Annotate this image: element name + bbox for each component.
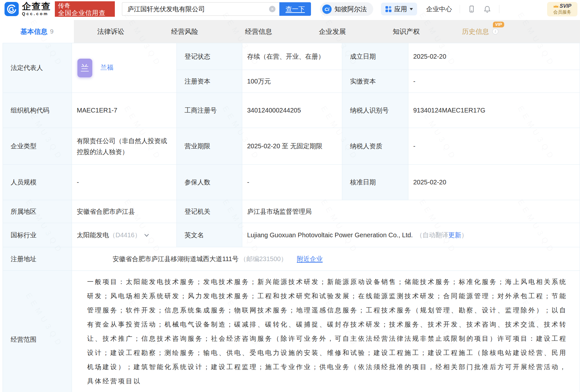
biz-term-value: 2025-02-20 至 无固定期限 xyxy=(242,128,342,165)
industry-label: 国标行业 xyxy=(3,223,72,247)
reg-authority-value: 庐江县市场监督管理局 xyxy=(242,200,580,223)
table-row: 国标行业 太阳能发电（D4416） 英文名 Lujiang Guoxuan Ph… xyxy=(3,223,580,247)
mobile-app-button[interactable] xyxy=(468,5,475,13)
update-translation-link[interactable]: 更新 xyxy=(448,231,461,239)
biz-term-label: 营业期限 xyxy=(177,128,242,165)
tab-company-development[interactable]: 企业发展 xyxy=(295,20,369,43)
insured-count-value: - xyxy=(242,165,342,200)
tax-id-label: 纳税人识别号 xyxy=(342,93,408,128)
paid-capital-label: 实缴资本 xyxy=(342,70,408,93)
search-input[interactable] xyxy=(122,2,279,16)
auto-translate-note: （自动翻译 xyxy=(416,231,448,239)
vip-badge: VIP xyxy=(493,22,504,27)
phone-icon xyxy=(468,5,475,13)
tab-operation-risk[interactable]: 经营风险 xyxy=(148,20,222,43)
bell-icon xyxy=(483,5,491,13)
business-scope-text: 一般项目：太阳能发电技术服务；发电技术服务；新兴能源技术研发；新能源原动设备销售… xyxy=(87,275,571,388)
promo-badge: 传奇 全国企业信用查询 xyxy=(55,1,115,17)
zip-code: （邮编231500） xyxy=(240,255,287,262)
region-label: 所属地区 xyxy=(3,200,72,223)
clear-search-icon[interactable] xyxy=(269,6,275,12)
company-type-label: 企业类型 xyxy=(3,128,72,165)
business-scope-label: 经营范围 xyxy=(3,271,72,392)
reg-capital-label: 注册资本 xyxy=(177,70,242,93)
table-row: 人员规模 - 参保人数 - 核准日期 2025-02-20 xyxy=(3,165,580,200)
approval-date-value: 2025-02-20 xyxy=(408,165,580,200)
divider xyxy=(460,5,460,13)
divider xyxy=(499,5,499,13)
qcc-logo-text[interactable]: 企查查 Qcc.com xyxy=(22,2,51,16)
apps-menu-button[interactable]: 应用 xyxy=(381,3,417,15)
top-header: 企查查 Qcc.com 传奇 全国企业信用查询 查一下 Ci 知彼阿尔法 应用 … xyxy=(0,0,580,18)
zhibi-alpha-button[interactable]: Ci 知彼阿尔法 xyxy=(320,2,373,16)
industry-code: （D4416） xyxy=(109,231,141,239)
staff-size-label: 人员规模 xyxy=(3,165,72,200)
insured-count-label: 参保人数 xyxy=(177,165,242,200)
est-date-value: 2025-02-20 xyxy=(408,43,580,70)
search-button[interactable]: 查一下 xyxy=(279,2,311,16)
english-name-label: 英文名 xyxy=(177,223,242,247)
table-row: 法定代表人 兰 兰福 登记状态 存续（在营、开业、在册） 成立日期 2025-0… xyxy=(3,43,580,70)
svip-membership-button[interactable]: SVIP 会员服务 xyxy=(547,2,577,16)
chevron-down-icon xyxy=(410,8,413,12)
reg-authority-label: 登记机关 xyxy=(177,200,242,223)
info-icon[interactable] xyxy=(492,28,498,34)
brand-domain: Qcc.com xyxy=(22,11,51,16)
business-scope-value: 一般项目：太阳能发电技术服务；发电技术服务；新兴能源技术研发；新能源原动设备销售… xyxy=(72,271,580,392)
taxpayer-qual-label: 纳税人资质 xyxy=(342,128,408,165)
basic-info-table: 法定代表人 兰 兰福 登记状态 存续（在营、开业、在册） 成立日期 2025-0… xyxy=(3,43,580,392)
industry-value: 太阳能发电（D4416） xyxy=(72,223,177,247)
nearby-companies-link[interactable]: 附近企业 xyxy=(297,255,323,262)
org-code-label: 组织机构代码 xyxy=(3,93,72,128)
zhibi-alpha-icon: Ci xyxy=(322,5,332,14)
approval-date-label: 核准日期 xyxy=(342,165,408,200)
table-row: 所属地区 安徽省合肥市庐江县 登记机关 庐江县市场监督管理局 xyxy=(3,200,580,223)
company-type-value: 有限责任公司（非自然人投资或控股的法人独资） xyxy=(72,128,177,165)
qcc-logo-icon[interactable] xyxy=(5,2,19,16)
crown-icon xyxy=(553,4,559,8)
paid-capital-value: - xyxy=(408,70,580,93)
tab-intellectual-property[interactable]: 知识产权 xyxy=(369,20,443,43)
table-row: 组织机构代码 MAEC1ER1-7 工商注册号 340124000244205 … xyxy=(3,93,580,128)
apps-grid-icon xyxy=(385,6,392,12)
tab-basic-count: 9 xyxy=(50,28,54,35)
promo-line2: 全国企业信用查询 xyxy=(58,9,112,24)
legal-rep-cell: 兰 兰福 xyxy=(72,43,177,93)
tax-id-value: 91340124MAEC1ER17G xyxy=(408,93,580,128)
promo-line1: 传奇 xyxy=(58,2,112,9)
table-row: 经营范围 一般项目：太阳能发电技术服务；发电技术服务；新兴能源技术研发；新能源原… xyxy=(3,271,580,392)
reg-status-label: 登记状态 xyxy=(177,43,242,70)
reg-status-value: 存续（在营、开业、在册） xyxy=(242,43,342,70)
notifications-button[interactable] xyxy=(483,5,491,13)
reg-capital-value: 100万元 xyxy=(242,70,342,93)
brand-name: 企查查 xyxy=(22,2,51,11)
tab-business-info[interactable]: 经营信息 xyxy=(222,20,295,43)
address-label: 注册地址 xyxy=(3,247,72,271)
region-value: 安徽省合肥市庐江县 xyxy=(72,200,177,223)
table-row: 注册地址 安徽省合肥市庐江县移湖街道城西大道111号（邮编231500）附近企业 xyxy=(3,247,580,271)
chevron-down-icon[interactable] xyxy=(144,234,149,237)
legal-rep-link[interactable]: 兰福 xyxy=(101,64,114,71)
taxpayer-qual-value: - xyxy=(408,128,580,165)
tab-history-info[interactable]: 历史信息 VIP xyxy=(443,20,517,43)
enterprise-center-link[interactable]: 企业中心 xyxy=(426,5,452,14)
legal-rep-avatar[interactable]: 兰 xyxy=(77,59,92,77)
search-bar: 查一下 xyxy=(122,2,311,16)
legal-rep-label: 法定代表人 xyxy=(3,43,72,93)
biz-reg-no-label: 工商注册号 xyxy=(177,93,242,128)
address-value: 安徽省合肥市庐江县移湖街道城西大道111号（邮编231500）附近企业 xyxy=(72,247,580,271)
biz-reg-no-value: 340124000244205 xyxy=(242,93,342,128)
est-date-label: 成立日期 xyxy=(342,43,408,70)
staff-size-value: - xyxy=(72,165,177,200)
org-code-value: MAEC1ER1-7 xyxy=(72,93,177,128)
table-row: 企业类型 有限责任公司（非自然人投资或控股的法人独资） 营业期限 2025-02… xyxy=(3,128,580,165)
english-name-value: Lujiang Guoxuan Photovoltaic Power Gener… xyxy=(242,223,580,247)
